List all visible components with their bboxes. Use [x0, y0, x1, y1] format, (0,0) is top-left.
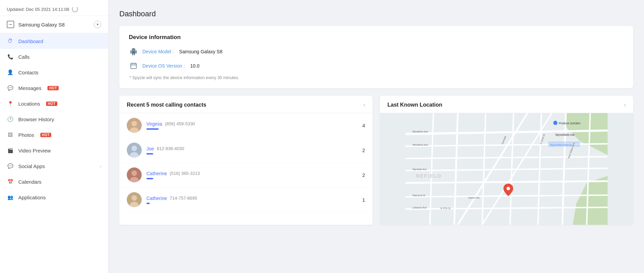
- sidebar-item-label: Dashboard: [18, 38, 43, 44]
- hot-badge: HOT: [40, 133, 52, 137]
- page-title: Dashboard: [119, 10, 633, 18]
- two-col-section: Recent 5 most calling contacts ›: [119, 96, 633, 225]
- sidebar: Updated: Dec 05 2021 14:11:08 Samsung Ga…: [0, 0, 108, 273]
- device-name: Samsung Galaxy S8: [18, 22, 65, 28]
- sidebar-item-label: Calls: [18, 54, 29, 60]
- sidebar-updated: Updated: Dec 05 2021 14:11:08: [0, 0, 108, 16]
- map-svg: Woodbine Ave Woodbine Ave Wyndale Ave Di…: [380, 113, 633, 225]
- sidebar-item-browser-history[interactable]: 🕐 Browser History: [0, 111, 108, 127]
- device-info-card: Device information Device Model : Samsun…: [119, 26, 633, 88]
- sidebar-item-locations[interactable]: 📍 Locations HOT: [0, 96, 108, 111]
- svg-text:Woodbine Ave: Woodbine Ave: [412, 143, 428, 146]
- contact-info: Catherine (516) 365-3213: [146, 171, 358, 179]
- contact-item: Virginia (856) 459-5330 4: [119, 113, 373, 138]
- device-os-label: Device OS Version :: [142, 63, 185, 69]
- sidebar-item-label: Calendars: [18, 179, 41, 185]
- hot-badge: HOT: [47, 86, 59, 90]
- location-title: Last Known Location: [387, 102, 442, 108]
- sidebar-item-photos[interactable]: 🖼 Photos HOT: [0, 127, 108, 143]
- sidebar-item-contacts[interactable]: 👤 Contacts: [0, 65, 108, 80]
- browser-history-icon: 🕐: [7, 116, 14, 123]
- device-model-label: Device Model :: [142, 49, 174, 54]
- contact-name-row: Catherine (516) 365-3213: [146, 171, 358, 176]
- location-arrow[interactable]: ›: [624, 102, 626, 108]
- contact-count: 2: [362, 147, 365, 153]
- avatar: [127, 167, 142, 182]
- contact-info: Virginia (856) 459-5330: [146, 121, 358, 130]
- contact-name: Catherine: [146, 196, 167, 201]
- svg-text:N 57th St: N 57th St: [440, 207, 450, 210]
- device-os-value: 10.0: [190, 63, 199, 69]
- calling-contacts-title: Recent 5 most calling contacts: [127, 102, 206, 108]
- sidebar-item-label: Social Apps: [18, 163, 45, 169]
- dashboard-icon: ⏱: [7, 38, 14, 44]
- svg-text:Wynnefield Ave: Wynnefield Ave: [555, 133, 575, 136]
- contact-phone: 812-936-4030: [157, 146, 184, 151]
- sidebar-item-label: Locations: [18, 101, 40, 107]
- device-model-row: Device Model : Samsung Galaxy S8: [129, 47, 624, 56]
- contact-name: Virginia: [146, 121, 162, 127]
- contact-name: Catherine: [146, 171, 167, 176]
- svg-text:NEFIELD: NEFIELD: [416, 173, 442, 179]
- device-selector[interactable]: Samsung Galaxy S8: [0, 16, 108, 33]
- device-info-title: Device information: [129, 34, 624, 41]
- contact-name-row: Joe 812-936-4030: [146, 146, 358, 151]
- contact-item: Catherine 714-757-8695 1: [119, 187, 373, 212]
- sidebar-item-messages[interactable]: 💬 Messages HOT: [0, 80, 108, 96]
- sidebar-item-label: Applications: [18, 195, 46, 200]
- contact-item: Catherine (516) 365-3213 2: [119, 163, 373, 187]
- contacts-icon: 👤: [7, 69, 14, 76]
- avatar: [127, 143, 142, 158]
- contact-list: Virginia (856) 459-5330 4: [119, 113, 373, 225]
- map-container[interactable]: Woodbine Ave Woodbine Ave Wyndale Ave Di…: [380, 113, 633, 225]
- sidebar-item-label: Photos: [18, 132, 34, 138]
- refresh-icon[interactable]: [72, 6, 78, 12]
- svg-point-5: [132, 121, 137, 126]
- sidebar-item-video-preview[interactable]: 🎬 Video Preview: [0, 143, 108, 158]
- contact-bar: [146, 153, 153, 154]
- calendars-icon: 📅: [7, 178, 14, 185]
- sidebar-item-label: Messages: [18, 85, 41, 91]
- sidebar-item-label: Browser History: [18, 116, 54, 122]
- svg-point-14: [132, 195, 137, 201]
- social-apps-chevron: ›: [100, 164, 101, 169]
- avatar: [127, 192, 142, 207]
- android-icon: [129, 47, 138, 56]
- calls-icon: 📞: [7, 53, 14, 60]
- contact-bar: [146, 178, 153, 179]
- svg-point-41: [553, 121, 557, 125]
- sidebar-item-calls[interactable]: 📞 Calls: [0, 49, 108, 65]
- contact-count: 4: [362, 123, 365, 128]
- contact-count: 2: [362, 172, 365, 178]
- photos-icon: 🖼: [7, 131, 14, 138]
- calling-contacts-card: Recent 5 most calling contacts ›: [119, 96, 373, 225]
- calling-contacts-arrow[interactable]: ›: [363, 102, 365, 108]
- svg-rect-0: [131, 63, 137, 69]
- contact-info: Joe 812-936-4030: [146, 146, 358, 154]
- location-header: Last Known Location ›: [380, 96, 633, 113]
- sidebar-item-dashboard[interactable]: ⏱ Dashboard: [0, 33, 108, 49]
- device-model-value: Samsung Galaxy S8: [179, 49, 223, 54]
- svg-point-8: [132, 146, 137, 151]
- sidebar-item-calendars[interactable]: 📅 Calendars: [0, 174, 108, 189]
- hot-badge: HOT: [46, 102, 57, 106]
- svg-text:Diamond St: Diamond St: [412, 194, 425, 197]
- avatar: [127, 118, 142, 133]
- updated-text: Updated: Dec 05 2021 14:11:08: [7, 7, 69, 12]
- contact-phone: 714-757-8695: [170, 196, 197, 201]
- svg-text:Lebanon Ave: Lebanon Ave: [412, 206, 427, 209]
- svg-text:Wyndale Ave: Wyndale Ave: [412, 168, 427, 171]
- sidebar-item-applications[interactable]: 👥 Applications: [0, 189, 108, 205]
- sidebar-item-social-apps[interactable]: 💬 Social Apps ›: [0, 158, 108, 174]
- main-content: Dashboard Device information Device Mode…: [108, 0, 644, 273]
- svg-text:Produce Junction: Produce Junction: [559, 122, 581, 125]
- locations-icon: 📍: [7, 100, 14, 107]
- calendar-icon: [129, 61, 138, 71]
- contact-name-row: Virginia (856) 459-5330: [146, 121, 358, 127]
- device-os-row: Device OS Version : 10.0: [129, 61, 624, 71]
- sync-note: * Spyzie will sync the device informatio…: [129, 75, 624, 80]
- device-dropdown-chevron[interactable]: [94, 21, 101, 28]
- contact-name: Joe: [146, 146, 154, 151]
- svg-text:Gainor Rd: Gainor Rd: [468, 196, 479, 199]
- svg-point-46: [507, 187, 510, 190]
